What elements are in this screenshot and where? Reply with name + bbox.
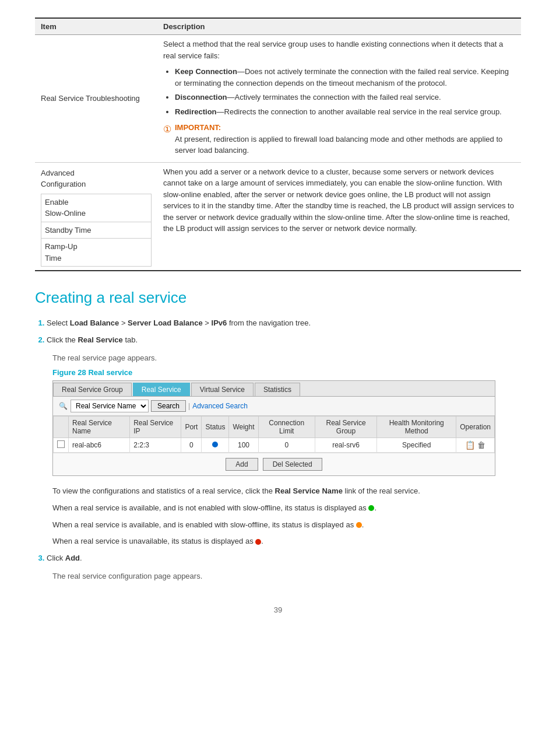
section-title: Creating a real service xyxy=(35,289,521,307)
search-icon: 🔍 xyxy=(58,401,68,411)
step-2: Click the Real Service tab. xyxy=(47,334,521,346)
advanced-description: When you add a server or a network devic… xyxy=(157,162,521,271)
item-label: Real Service Troubleshooting xyxy=(35,35,157,163)
sub-items-table: EnableSlow-Online Standby Time Ramp-UpTi… xyxy=(41,194,152,267)
sub-item-rampup: Ramp-UpTime xyxy=(41,239,152,267)
ui-bottom-bar: Add Del Selected xyxy=(53,453,495,475)
table-row-troubleshooting: Real Service Troubleshooting Select a me… xyxy=(35,35,521,163)
ui-table-header-row: Real Service Name Real Service IP Port S… xyxy=(54,416,495,438)
search-button[interactable]: Search xyxy=(151,400,186,412)
important-text: At present, redirection is applied to fi… xyxy=(175,135,502,155)
search-bar: 🔍 Real Service Name Search | Advanced Se… xyxy=(53,397,495,416)
step3-list: Click Add. xyxy=(47,552,521,565)
important-icon: ① xyxy=(163,123,171,136)
col-connection-limit: Connection Limit xyxy=(258,416,315,438)
col-port: Port xyxy=(181,416,202,438)
col-real-service-group: Real Service Group xyxy=(315,416,376,438)
sub-item-row: Standby Time xyxy=(41,222,152,239)
item-description: Select a method that the real service gr… xyxy=(157,35,521,163)
tab-virtual-service[interactable]: Virtual Service xyxy=(191,383,254,396)
edit-icon[interactable]: 📋 xyxy=(465,440,475,450)
col-description: Description xyxy=(157,18,521,35)
advanced-item: AdvancedConfiguration EnableSlow-Online … xyxy=(35,162,157,271)
row-health: Specified xyxy=(377,438,456,453)
main-table: Item Description Real Service Troublesho… xyxy=(35,18,521,271)
col-service-name: Real Service Name xyxy=(69,416,130,438)
step2-subtext: The real service page appears. xyxy=(52,352,521,364)
desc-intro: Select a method that the real service gr… xyxy=(163,38,515,61)
status-orange-icon xyxy=(356,522,362,528)
important-content: IMPORTANT: At present, redirection is ap… xyxy=(175,122,515,156)
col-checkbox xyxy=(54,416,69,438)
row-status xyxy=(202,438,229,453)
row-operation: 📋 🗑 xyxy=(456,438,495,453)
divider: | xyxy=(188,402,190,410)
row-weight: 100 xyxy=(229,438,258,453)
search-dropdown[interactable]: Real Service Name xyxy=(71,400,149,412)
status-green-icon xyxy=(368,505,374,511)
bullet-disconnection: Disconnection—Actively terminates the co… xyxy=(175,92,515,103)
important-box: ① IMPORTANT: At present, redirection is … xyxy=(163,122,515,156)
row-checkbox[interactable] xyxy=(54,438,69,453)
body-para-4: When a real service is unavailable, its … xyxy=(52,536,521,548)
steps-list: Select Load Balance > Server Load Balanc… xyxy=(47,317,521,346)
body-para-1: To view the configurations and statistic… xyxy=(52,485,521,498)
row-connection-limit: 0 xyxy=(258,438,315,453)
ui-data-table: Real Service Name Real Service IP Port S… xyxy=(53,416,495,453)
status-red-icon xyxy=(255,539,261,545)
bullet-redirection: Redirection—Redirects the connection to … xyxy=(175,106,515,118)
col-weight: Weight xyxy=(229,416,258,438)
row-service-ip: 2:2:3 xyxy=(130,438,181,453)
delete-icon[interactable]: 🗑 xyxy=(477,440,485,450)
tab-bar: Real Service Group Real Service Virtual … xyxy=(53,381,495,397)
row-group: real-srv6 xyxy=(315,438,376,453)
important-label: IMPORTANT: xyxy=(175,123,221,132)
sub-item-enable: EnableSlow-Online xyxy=(41,194,152,222)
add-button[interactable]: Add xyxy=(226,458,258,471)
operation-icons: 📋 🗑 xyxy=(460,440,491,450)
figure-label: Figure 28 Real service xyxy=(52,368,521,377)
step-1: Select Load Balance > Server Load Balanc… xyxy=(47,317,521,330)
ui-widget: Real Service Group Real Service Virtual … xyxy=(52,380,495,476)
advanced-label: AdvancedConfiguration xyxy=(41,167,152,190)
col-health-monitoring: Health Monitoring Method xyxy=(377,416,456,438)
col-service-ip: Real Service IP xyxy=(130,416,181,438)
col-status: Status xyxy=(202,416,229,438)
bullet-list: Keep Connection—Does not actively termin… xyxy=(175,66,515,117)
page-number: 39 xyxy=(35,606,521,614)
sub-item-standby: Standby Time xyxy=(41,222,152,239)
col-item: Item xyxy=(35,18,157,35)
checkbox[interactable] xyxy=(57,440,65,448)
row-service-name: real-abc6 xyxy=(69,438,130,453)
body-para-2: When a real service is available, and is… xyxy=(52,502,521,514)
del-selected-button[interactable]: Del Selected xyxy=(263,458,322,471)
table-row-advanced: AdvancedConfiguration EnableSlow-Online … xyxy=(35,162,521,271)
col-operation: Operation xyxy=(456,416,495,438)
tab-real-service[interactable]: Real Service xyxy=(133,383,190,396)
tab-statistics[interactable]: Statistics xyxy=(255,383,300,396)
sub-item-row: EnableSlow-Online xyxy=(41,194,152,222)
step3-subtext: The real service configuration page appe… xyxy=(52,570,521,582)
status-dot xyxy=(212,442,218,447)
row-port: 0 xyxy=(181,438,202,453)
step-3: Click Add. xyxy=(47,552,521,565)
bullet-keep-connection: Keep Connection—Does not actively termin… xyxy=(175,66,515,89)
table-row: real-abc6 2:2:3 0 100 0 real-srv6 Specif… xyxy=(54,438,495,453)
advanced-search-link[interactable]: Advanced Search xyxy=(192,402,248,410)
tab-real-service-group[interactable]: Real Service Group xyxy=(53,383,132,396)
body-para-3: When a real service is available, and is… xyxy=(52,519,521,531)
sub-item-row: Ramp-UpTime xyxy=(41,239,152,267)
